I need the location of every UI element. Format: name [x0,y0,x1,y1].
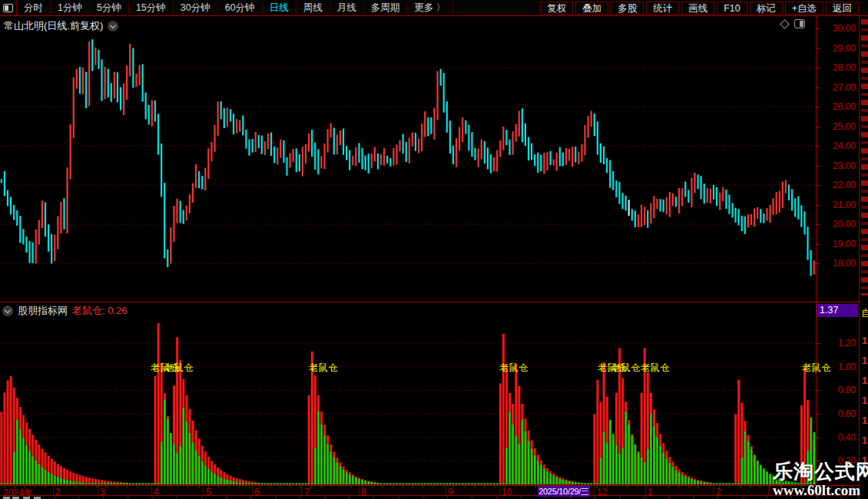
window-menu-button[interactable] [0,0,17,15]
month-label: 5 [206,487,211,497]
watermark-url: www.60lt.com [773,483,868,497]
indicator-panel[interactable]: 股朋指标网 老鼠仓: 0.26 老鼠仓老鼠仓老鼠仓老鼠仓老鼠仓老鼠仓老鼠仓老鼠仓 [0,302,816,485]
toolbar-button-back[interactable]: 返回 [826,2,859,15]
month-separator [203,486,204,495]
clipped-digit: 1 [862,375,867,386]
main-chart-area[interactable]: 常山北明(日线.前复权) [0,17,816,302]
price-axis-label: 19.00 [833,239,856,250]
signal-label: 老鼠仓 [499,362,528,375]
indicator-source: 股朋指标网 [18,304,68,318]
signal-label: 老鼠仓 [164,362,194,375]
period-tab-1min[interactable]: 1分钟 [51,2,90,14]
period-tab-multi-period[interactable]: 多周期 [364,2,408,14]
cursor-date-badge: 2025/10/29/三 [538,486,590,497]
chevron-down-icon[interactable] [2,306,13,316]
window-icon [3,4,13,12]
price-axis: 30.0029.0028.0027.0026.0025.0024.0023.00… [816,17,859,302]
indicator-axis-label: 1.20 [838,338,856,349]
watermark-site-name: 乐淘公式网 [773,460,868,483]
month-label: 2 [55,487,61,497]
month-separator [151,486,152,495]
clipped-digit: 1 [862,415,867,426]
signal-label: 老鼠仓 [309,362,338,375]
indicator-max-badge: 1.37 [817,304,858,317]
page-title: 常山北明(日线.前复权) [4,19,103,33]
period-tab-more[interactable]: 更多 〉 [407,2,453,14]
axis-tick [816,438,820,438]
month-label: 12 [597,487,607,497]
period-tabs: 分时1分钟5分钟15分钟30分钟60分钟日线周线月线多周期更多 〉 [17,0,453,15]
axis-tick [816,343,820,344]
month-label: 9 [448,487,453,497]
toolbar-button-multi-stock[interactable]: 多股 [611,2,644,15]
price-axis-label: 21.00 [833,200,856,210]
indicator-axis-label: 1.00 [838,362,856,372]
price-axis-label: 29.00 [833,43,856,54]
indicator-axis-label: 0.80 [838,385,856,395]
clipped-digit: 1 [862,335,867,346]
price-axis-label: 28.00 [833,62,856,73]
period-tab-30min[interactable]: 30分钟 [174,2,218,14]
indicator-axis-label: 0.40 [838,432,856,443]
month-separator [713,486,714,495]
month-label: 4 [154,487,159,497]
axis-tick [816,414,820,415]
app-window: 分时1分钟5分钟15分钟30分钟60分钟日线周线月线多周期更多 〉 复权叠加多股… [0,0,868,499]
diamond-icon[interactable] [780,19,790,29]
price-axis-label: 24.00 [833,140,856,151]
price-axis-label: 27.00 [833,82,856,93]
clipped-glyphs [861,19,868,296]
indicator-canvas[interactable] [0,302,816,485]
month-label: 1 [648,487,653,497]
indicator-axis: 1.37 1.201.000.800.600.400.20 [816,302,859,485]
month-label: 3 [100,487,105,497]
price-axis-label: 25.00 [833,121,856,132]
month-label: 10 [502,487,512,497]
toolbar-button-statistics[interactable]: 统计 [646,2,679,15]
toolbar-button-adjust[interactable]: 复权 [540,2,573,15]
clipped-digit: 1 [862,395,867,406]
signal-label: 老鼠仓 [611,362,641,375]
month-label: 7 [304,487,310,497]
candlestick-canvas[interactable] [0,17,816,302]
period-tab-time-sharing[interactable]: 分时 [17,2,51,14]
watermark: 乐淘公式网 www.60lt.com [773,460,868,497]
period-tab-monthly[interactable]: 月线 [330,2,364,14]
toolbar-button-draw-line[interactable]: 画线 [681,2,714,15]
toolbar-button-overlay[interactable]: 叠加 [575,2,608,15]
date-axis: 2025/10/29/三 2024年23456789101212 [0,485,859,496]
month-separator [499,486,500,495]
period-tab-daily[interactable]: 日线 [263,2,297,14]
month-label: 8 [361,487,366,497]
signal-label: 老鼠仓 [641,362,670,375]
month-separator [594,486,595,495]
period-tab-60min[interactable]: 60分钟 [218,2,263,14]
toolbar-button-add-watchlist[interactable]: +自选 [785,2,823,15]
toolbar-button-mark[interactable]: 标记 [750,2,783,15]
clipped-tab-char: 自 [861,306,868,320]
month-label: 6 [254,487,260,497]
panel-toggle-icon[interactable] [794,19,805,28]
clipped-digit: 1 [862,355,867,366]
month-separator [446,486,446,495]
top-toolbar: 分时1分钟5分钟15分钟30分钟60分钟日线周线月线多周期更多 〉 复权叠加多股… [0,0,868,16]
chart-title-row: 常山北明(日线.前复权) [4,19,118,33]
price-axis-label: 20.00 [833,219,856,230]
chevron-down-icon[interactable] [108,21,118,31]
price-axis-label: 22.00 [833,180,856,190]
price-axis-label: 30.00 [833,23,856,34]
toolbar-button-f10[interactable]: F10 [717,2,747,15]
axis-tick [816,390,820,391]
month-separator [645,486,646,495]
price-axis-label: 18.00 [833,258,856,269]
period-tab-15min[interactable]: 15分钟 [129,2,174,14]
period-tab-weekly[interactable]: 周线 [297,2,330,14]
indicator-axis-label: 0.60 [838,408,856,419]
month-separator [252,486,253,495]
right-clipped-panel: 自 1111111 [859,16,868,499]
month-separator [359,486,359,495]
price-axis-label: 26.00 [833,101,856,112]
month-separator [301,486,302,495]
month-separator [53,486,54,495]
period-tab-5min[interactable]: 5分钟 [90,2,129,14]
